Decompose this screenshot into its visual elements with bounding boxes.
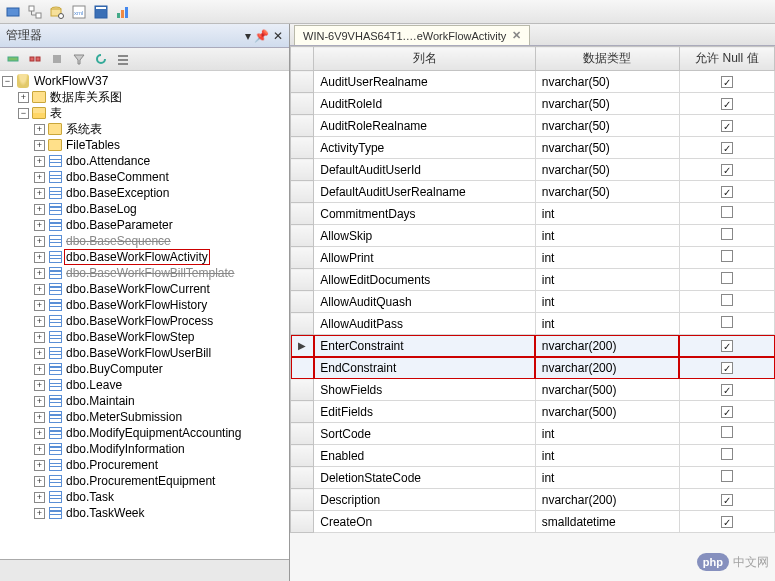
checkbox-icon[interactable]: ✓ [721, 494, 733, 506]
cell-data-type[interactable]: nvarchar(200) [535, 357, 679, 379]
tree-table[interactable]: +dbo.Task [2, 489, 289, 505]
stop-icon[interactable] [48, 50, 66, 68]
cell-column-name[interactable]: AllowAuditPass [314, 313, 536, 335]
grid-row[interactable]: CommitmentDaysint [291, 203, 775, 225]
tree-view[interactable]: −WorkFlowV37+数据库关系图−表+系统表+FileTables+dbo… [0, 71, 289, 559]
expander-icon[interactable]: + [34, 204, 45, 215]
toolbar-window-icon[interactable] [92, 3, 110, 21]
tree-table[interactable]: +dbo.BaseWorkFlowStep [2, 329, 289, 345]
checkbox-icon[interactable]: ✓ [721, 340, 733, 352]
cell-column-name[interactable]: AllowSkip [314, 225, 536, 247]
toolbar-search-db-icon[interactable] [48, 3, 66, 21]
checkbox-icon[interactable] [721, 250, 733, 262]
checkbox-icon[interactable]: ✓ [721, 516, 733, 528]
expander-icon[interactable]: + [34, 268, 45, 279]
expander-icon[interactable]: + [34, 188, 45, 199]
cell-data-type[interactable]: int [535, 467, 679, 489]
cell-data-type[interactable]: int [535, 313, 679, 335]
checkbox-icon[interactable]: ✓ [721, 142, 733, 154]
expander-icon[interactable]: + [34, 476, 45, 487]
grid-row[interactable]: AuditUserRealnamenvarchar(50)✓ [291, 71, 775, 93]
expander-icon[interactable]: + [34, 140, 45, 151]
checkbox-icon[interactable] [721, 294, 733, 306]
tree-table[interactable]: +dbo.Procurement [2, 457, 289, 473]
tree-table[interactable]: +dbo.ModifyInformation [2, 441, 289, 457]
tree-table[interactable]: +dbo.BaseWorkFlowProcess [2, 313, 289, 329]
list-icon[interactable] [114, 50, 132, 68]
tree-table[interactable]: +dbo.BaseWorkFlowUserBill [2, 345, 289, 361]
cell-column-name[interactable]: CommitmentDays [314, 203, 536, 225]
columns-grid[interactable]: 列名 数据类型 允许 Null 值 AuditUserRealnamenvarc… [290, 46, 775, 533]
disconnect-icon[interactable] [26, 50, 44, 68]
expander-icon[interactable]: + [34, 460, 45, 471]
cell-data-type[interactable]: int [535, 423, 679, 445]
expander-icon[interactable]: + [34, 444, 45, 455]
checkbox-icon[interactable]: ✓ [721, 186, 733, 198]
expander-icon[interactable]: + [34, 396, 45, 407]
cell-allow-null[interactable]: ✓ [679, 159, 774, 181]
cell-data-type[interactable]: int [535, 225, 679, 247]
cell-column-name[interactable]: EndConstraint [314, 357, 536, 379]
expander-icon[interactable]: + [34, 156, 45, 167]
cell-allow-null[interactable]: ✓ [679, 181, 774, 203]
tree-table[interactable]: +dbo.ModifyEquipmentAccounting [2, 425, 289, 441]
expander-icon[interactable]: + [34, 172, 45, 183]
checkbox-icon[interactable]: ✓ [721, 362, 733, 374]
grid-row[interactable]: DefaultAuditUserIdnvarchar(50)✓ [291, 159, 775, 181]
pin-icon[interactable]: ▾ 📌 [245, 29, 269, 43]
checkbox-icon[interactable]: ✓ [721, 384, 733, 396]
cell-data-type[interactable]: nvarchar(50) [535, 159, 679, 181]
header-column-name[interactable]: 列名 [314, 47, 536, 71]
expander-icon[interactable]: + [34, 364, 45, 375]
cell-allow-null[interactable] [679, 291, 774, 313]
checkbox-icon[interactable] [721, 316, 733, 328]
cell-allow-null[interactable] [679, 467, 774, 489]
row-header[interactable] [291, 423, 314, 445]
grid-row[interactable]: Descriptionnvarchar(200)✓ [291, 489, 775, 511]
grid-row[interactable]: AllowEditDocumentsint [291, 269, 775, 291]
row-header[interactable] [291, 159, 314, 181]
cell-allow-null[interactable]: ✓ [679, 489, 774, 511]
expander-icon[interactable]: + [34, 412, 45, 423]
tree-table[interactable]: +dbo.TaskWeek [2, 505, 289, 521]
cell-allow-null[interactable] [679, 225, 774, 247]
expander-icon[interactable]: + [34, 492, 45, 503]
row-header[interactable] [291, 357, 314, 379]
cell-data-type[interactable]: int [535, 203, 679, 225]
checkbox-icon[interactable] [721, 426, 733, 438]
tree-table[interactable]: +dbo.BaseParameter [2, 217, 289, 233]
cell-column-name[interactable]: ActivityType [314, 137, 536, 159]
toolbar-tree-icon[interactable] [26, 3, 44, 21]
cell-column-name[interactable]: AuditRoleRealname [314, 115, 536, 137]
checkbox-icon[interactable]: ✓ [721, 98, 733, 110]
cell-allow-null[interactable] [679, 247, 774, 269]
cell-allow-null[interactable]: ✓ [679, 379, 774, 401]
cell-column-name[interactable]: DefaultAuditUserId [314, 159, 536, 181]
cell-column-name[interactable]: AllowEditDocuments [314, 269, 536, 291]
cell-data-type[interactable]: int [535, 445, 679, 467]
cell-column-name[interactable]: EditFields [314, 401, 536, 423]
row-header[interactable] [291, 379, 314, 401]
cell-data-type[interactable]: nvarchar(50) [535, 137, 679, 159]
tree-table[interactable]: +dbo.BuyComputer [2, 361, 289, 377]
cell-allow-null[interactable] [679, 313, 774, 335]
row-header[interactable] [291, 203, 314, 225]
expander-icon[interactable]: + [34, 380, 45, 391]
row-header[interactable] [291, 489, 314, 511]
cell-allow-null[interactable] [679, 423, 774, 445]
checkbox-icon[interactable]: ✓ [721, 406, 733, 418]
cell-allow-null[interactable] [679, 203, 774, 225]
cell-data-type[interactable]: nvarchar(50) [535, 181, 679, 203]
cell-data-type[interactable]: int [535, 247, 679, 269]
cell-data-type[interactable]: nvarchar(50) [535, 93, 679, 115]
expander-icon[interactable]: + [34, 332, 45, 343]
cell-column-name[interactable]: SortCode [314, 423, 536, 445]
grid-row[interactable]: AuditRoleRealnamenvarchar(50)✓ [291, 115, 775, 137]
tree-table[interactable]: +dbo.BaseWorkFlowHistory [2, 297, 289, 313]
toolbar-chart-icon[interactable] [114, 3, 132, 21]
expander-icon[interactable]: + [34, 284, 45, 295]
cell-column-name[interactable]: Enabled [314, 445, 536, 467]
row-header[interactable]: ▶ [291, 335, 314, 357]
expander-icon[interactable]: − [18, 108, 29, 119]
row-header[interactable] [291, 137, 314, 159]
